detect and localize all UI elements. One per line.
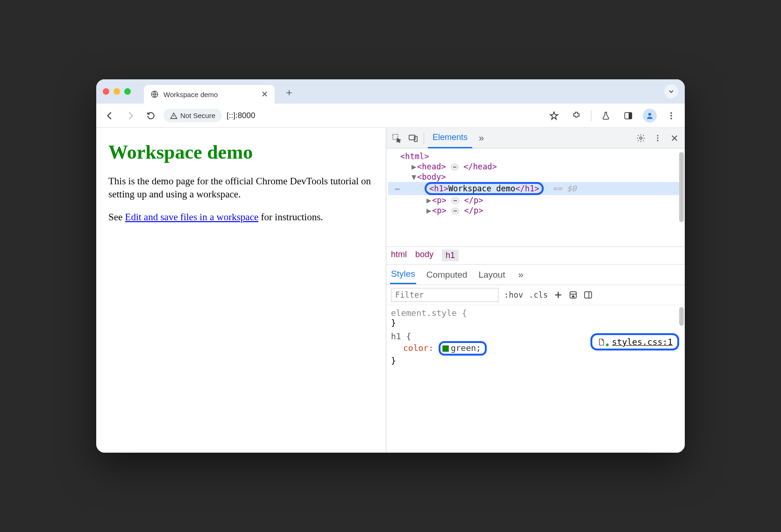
color-property: color: [403, 343, 428, 353]
dom-head-open: <head>: [417, 162, 446, 171]
breadcrumb-html[interactable]: html: [391, 250, 407, 261]
dom-breadcrumb: html body h1: [386, 246, 685, 265]
tab-title: Workspace demo: [163, 91, 256, 98]
bookmark-button[interactable]: [546, 108, 562, 124]
tab-styles[interactable]: Styles: [390, 265, 416, 284]
tab-computed[interactable]: Computed: [426, 266, 469, 284]
address-bar[interactable]: Not Secure [::]:8000: [163, 109, 255, 122]
color-value[interactable]: green;: [451, 343, 481, 353]
file-icon: [597, 338, 605, 346]
dom-html-open: <html>: [400, 152, 429, 161]
dom-h1-open: <h1>: [429, 184, 448, 193]
page-content: Workspace demo This is the demo page for…: [96, 128, 386, 453]
p2-prefix: See: [108, 211, 125, 223]
svg-point-12: [657, 137, 659, 139]
security-label: Not Secure: [180, 112, 215, 119]
color-value-highlight: green;: [439, 341, 487, 356]
breadcrumb-body[interactable]: body: [415, 250, 433, 261]
dom-node-actions-icon[interactable]: ⋯: [388, 184, 407, 194]
close-devtools-icon[interactable]: [668, 132, 681, 145]
tab-elements[interactable]: Elements: [428, 128, 472, 148]
styles-overflow-icon[interactable]: »: [515, 269, 526, 280]
styles-toolbar: :hov .cls: [386, 285, 685, 305]
devtools-menu-icon[interactable]: [651, 132, 664, 145]
ellipsis-icon[interactable]: ⋯: [451, 208, 459, 214]
tabs-menu-button[interactable]: [664, 84, 678, 98]
styles-filter-input[interactable]: [391, 288, 498, 302]
svg-point-6: [670, 118, 672, 119]
close-tab-icon[interactable]: ✕: [261, 89, 268, 99]
dom-p-open: <p>: [432, 196, 447, 205]
styles-rules[interactable]: element.style { } h1 { color: green; }: [386, 305, 685, 453]
dom-selected-node[interactable]: ⋯ <h1>Workspace demo</h1> == $0: [388, 182, 682, 195]
dom-body-open: <body>: [417, 172, 446, 182]
color-swatch-icon[interactable]: [442, 345, 449, 352]
close-brace: }: [391, 318, 680, 328]
breadcrumb-h1[interactable]: h1: [442, 250, 459, 261]
security-chip[interactable]: Not Secure: [163, 109, 222, 122]
scrollbar[interactable]: [679, 152, 684, 222]
svg-point-5: [670, 115, 672, 116]
toggle-sidebar-icon[interactable]: [583, 290, 593, 300]
svg-point-4: [670, 112, 672, 113]
new-style-rule-icon[interactable]: [554, 290, 563, 300]
source-link[interactable]: styles.css:1: [590, 333, 679, 350]
page-paragraph-1: This is the demo page for the official C…: [108, 175, 374, 201]
dom-head-close: </head>: [463, 162, 497, 171]
side-panel-button[interactable]: [620, 108, 636, 124]
element-style-rule[interactable]: element.style { }: [391, 308, 680, 328]
menu-button[interactable]: [663, 108, 679, 124]
dom-p-open-2: <p>: [432, 206, 447, 215]
window-controls: [103, 88, 131, 95]
devtools-panel: Elements » <html> ▶<head> ⋯ </head> ▼<bo…: [386, 128, 685, 453]
ellipsis-icon[interactable]: ⋯: [451, 197, 459, 204]
close-window-button[interactable]: [103, 88, 109, 95]
page-paragraph-2: See Edit and save files in a workspace f…: [108, 210, 374, 224]
profile-avatar[interactable]: [643, 109, 657, 123]
browser-toolbar: Not Secure [::]:8000: [96, 104, 685, 128]
back-button[interactable]: [102, 108, 118, 124]
p2-suffix: for instructions.: [258, 211, 323, 223]
browser-window: Workspace demo ✕ ＋ Not Secure [::]:8000: [96, 79, 685, 453]
devtools-tabbar: Elements »: [386, 128, 685, 148]
dom-console-ref: == $0: [553, 184, 576, 193]
dom-h1-text: Workspace demo: [448, 184, 515, 193]
reload-button[interactable]: [143, 108, 159, 124]
workspace-tutorial-link[interactable]: Edit and save files in a workspace: [125, 211, 259, 223]
url-text: [::]:8000: [227, 111, 255, 120]
inspect-element-icon[interactable]: [390, 132, 403, 145]
settings-icon[interactable]: [634, 132, 647, 145]
svg-point-3: [648, 113, 651, 116]
browser-tab[interactable]: Workspace demo ✕: [144, 85, 275, 104]
globe-icon: [150, 90, 159, 98]
minimize-window-button[interactable]: [114, 88, 120, 95]
hov-toggle[interactable]: :hov: [504, 290, 523, 300]
svg-rect-9: [414, 136, 417, 141]
svg-rect-2: [629, 112, 632, 119]
svg-point-13: [657, 140, 659, 141]
page-heading: Workspace demo: [108, 141, 374, 163]
computed-styles-icon[interactable]: [568, 290, 578, 300]
dom-tree[interactable]: <html> ▶<head> ⋯ </head> ▼<body> ⋯ <h1>W…: [386, 148, 685, 246]
tabs-overflow-icon[interactable]: »: [476, 133, 487, 143]
dom-p-close: </p>: [464, 196, 483, 205]
new-tab-button[interactable]: ＋: [279, 85, 299, 99]
tab-layout[interactable]: Layout: [477, 266, 506, 284]
dom-h1-close: </h1>: [515, 184, 539, 193]
maximize-window-button[interactable]: [124, 88, 131, 95]
svg-point-10: [640, 137, 642, 139]
device-toolbar-icon[interactable]: [407, 132, 420, 145]
close-brace-2: }: [391, 356, 680, 365]
source-filename: styles.css:1: [612, 337, 673, 347]
forward-button[interactable]: [122, 108, 138, 124]
cls-toggle[interactable]: .cls: [529, 290, 548, 300]
scrollbar[interactable]: [679, 307, 684, 326]
tab-strip: Workspace demo ✕ ＋: [96, 79, 685, 104]
warning-icon: [170, 112, 178, 119]
svg-rect-15: [584, 292, 591, 298]
extensions-button[interactable]: [568, 108, 584, 124]
svg-point-11: [657, 135, 659, 136]
labs-button[interactable]: [598, 108, 614, 124]
styles-tabbar: Styles Computed Layout »: [386, 265, 685, 285]
ellipsis-icon[interactable]: ⋯: [451, 164, 459, 170]
